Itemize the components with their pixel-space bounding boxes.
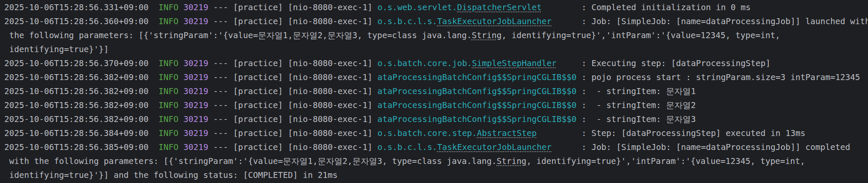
logger-name: DispatcherServlet	[457, 3, 542, 12]
log-line: 2025-10-06T15:28:56.360+09:00 INFO 30219…	[4, 14, 868, 28]
log-segment	[178, 3, 184, 12]
process-id: 30219	[184, 142, 209, 152]
log-segment	[178, 100, 184, 110]
log-segment: --- [practice] [nio-8080-exec-1]	[208, 86, 377, 96]
log-segment: :	[551, 17, 591, 26]
process-id: 30219	[184, 72, 209, 82]
log-level: INFO	[159, 100, 178, 110]
log-segment	[148, 3, 158, 12]
log-line: 2025-10-06T15:28:56.382+09:00 INFO 30219…	[4, 112, 868, 126]
log-segment: :	[576, 100, 591, 110]
process-id: 30219	[184, 114, 209, 124]
log-segment: Job: [SimpleJob: [name=dataProcessingJob…	[591, 142, 850, 152]
logger-name: ataProcessingBatchConfig$$SpringCGLIB$$0	[378, 100, 577, 110]
logger-name: TaskExecutorJobLauncher	[437, 17, 551, 26]
timestamp: 2025-10-06T15:28:56.382+09:00	[4, 100, 148, 110]
log-segment: , identifying=true}','intParam':'{value=…	[526, 156, 805, 166]
log-segment	[178, 142, 184, 152]
log-segment: --- [practice] [nio-8080-exec-1]	[208, 58, 377, 68]
timestamp: 2025-10-06T15:28:56.370+09:00	[4, 58, 148, 68]
log-segment	[148, 86, 158, 96]
log-line: 2025-10-06T15:28:56.331+09:00 INFO 30219…	[4, 0, 868, 14]
log-segment	[148, 17, 158, 26]
log-message: String	[472, 30, 501, 40]
log-segment	[178, 17, 184, 26]
log-segment: Job: [SimpleJob: [name=dataProcessingJob…	[591, 17, 868, 26]
log-segment: --- [practice] [nio-8080-exec-1]	[208, 100, 377, 110]
log-segment: :	[551, 142, 591, 152]
logger-name: AbstractStep	[477, 128, 537, 138]
logger-name: TaskExecutorJobLauncher	[437, 142, 551, 152]
log-level: INFO	[159, 17, 178, 26]
log-segment: identifying=true}'}] and the following s…	[4, 170, 338, 180]
log-segment: Completed initialization in 0 ms	[591, 3, 751, 12]
logger-name: o.s.b.c.l.s.	[378, 142, 437, 152]
log-segment: --- [practice] [nio-8080-exec-1]	[208, 72, 377, 82]
log-segment: :	[556, 58, 591, 68]
timestamp: 2025-10-06T15:28:56.360+09:00	[4, 17, 148, 26]
log-segment	[148, 58, 158, 68]
log-segment: , identifying=true}','intParam':'{value=…	[501, 30, 780, 40]
log-segment: --- [practice] [nio-8080-exec-1]	[208, 142, 377, 152]
logger-name: ataProcessingBatchConfig$$SpringCGLIB$$0	[378, 86, 577, 96]
log-segment	[178, 114, 184, 124]
log-segment: Executing step: [dataProcessingStep]	[591, 58, 771, 68]
process-id: 30219	[184, 86, 209, 96]
log-segment: Step: [dataProcessingStep] executed in 1…	[591, 128, 805, 138]
log-level: INFO	[159, 128, 178, 138]
logger-name: o.s.b.c.l.s.	[378, 17, 437, 26]
log-message: String	[497, 156, 526, 166]
log-console[interactable]: 2025-10-06T15:28:56.331+09:00 INFO 30219…	[0, 0, 868, 183]
log-segment: :	[542, 3, 591, 12]
log-line: identifying=true}'}]	[4, 42, 868, 56]
log-level: INFO	[159, 86, 178, 96]
timestamp: 2025-10-06T15:28:56.382+09:00	[4, 86, 148, 96]
process-id: 30219	[184, 17, 209, 26]
log-segment	[148, 72, 158, 82]
log-segment	[178, 128, 184, 138]
log-segment: - stringItem: 문자열1	[591, 86, 696, 96]
process-id: 30219	[184, 58, 209, 68]
log-segment: --- [practice] [nio-8080-exec-1]	[208, 114, 377, 124]
timestamp: 2025-10-06T15:28:56.382+09:00	[4, 114, 148, 124]
log-segment: - stringItem: 문자열2	[591, 100, 696, 110]
log-line: 2025-10-06T15:28:56.382+09:00 INFO 30219…	[4, 98, 868, 112]
timestamp: 2025-10-06T15:28:56.384+09:00	[4, 128, 148, 138]
logger-name: SimpleStepHandler	[472, 58, 557, 68]
log-segment	[148, 100, 158, 110]
log-line: 2025-10-06T15:28:56.370+09:00 INFO 30219…	[4, 56, 868, 70]
log-line: 2025-10-06T15:28:56.382+09:00 INFO 30219…	[4, 84, 868, 98]
log-line: 2025-10-06T15:28:56.385+09:00 INFO 30219…	[4, 140, 868, 154]
logger-name: ataProcessingBatchConfig$$SpringCGLIB$$0	[378, 114, 577, 124]
log-segment: the following parameters: [{'stringParam…	[4, 30, 472, 40]
log-segment: identifying=true}'}]	[4, 44, 109, 54]
log-line: identifying=true}'}] and the following s…	[4, 168, 868, 182]
log-segment	[178, 58, 184, 68]
log-segment: with the following parameters: [{'string…	[4, 156, 497, 166]
log-level: INFO	[159, 58, 178, 68]
log-segment	[178, 86, 184, 96]
log-segment: --- [practice] [nio-8080-exec-1]	[208, 128, 377, 138]
log-segment: --- [practice] [nio-8080-exec-1]	[208, 17, 377, 26]
log-segment	[148, 128, 158, 138]
logger-name: o.s.batch.core.job.	[378, 58, 472, 68]
log-segment: --- [practice] [nio-8080-exec-1]	[208, 3, 377, 12]
log-line: the following parameters: [{'stringParam…	[4, 28, 868, 42]
log-segment	[178, 72, 184, 82]
timestamp: 2025-10-06T15:28:56.385+09:00	[4, 142, 148, 152]
log-segment	[148, 142, 158, 152]
log-segment: :	[537, 128, 591, 138]
log-line: 2025-10-06T15:28:56.384+09:00 INFO 30219…	[4, 126, 868, 140]
log-line: with the following parameters: [{'string…	[4, 154, 868, 168]
log-segment: - stringItem: 문자열3	[591, 114, 696, 124]
timestamp: 2025-10-06T15:28:56.382+09:00	[4, 72, 148, 82]
logger-name: o.s.web.servlet.	[378, 3, 457, 12]
log-segment	[148, 114, 158, 124]
process-id: 30219	[184, 128, 209, 138]
log-segment: :	[576, 72, 591, 82]
logger-name: ataProcessingBatchConfig$$SpringCGLIB$$0	[378, 72, 577, 82]
log-segment: :	[576, 114, 591, 124]
timestamp: 2025-10-06T15:28:56.331+09:00	[4, 3, 148, 12]
process-id: 30219	[184, 3, 209, 12]
logger-name: o.s.batch.core.step.	[378, 128, 477, 138]
